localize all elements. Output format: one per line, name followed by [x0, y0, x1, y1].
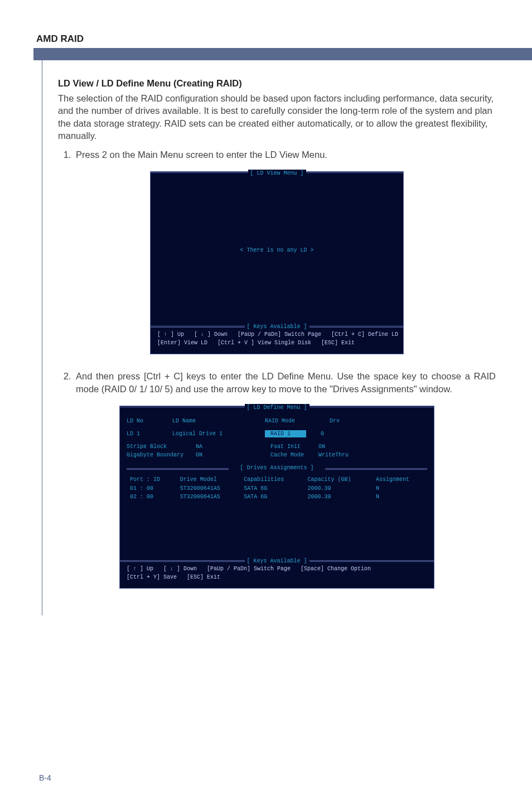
- step-2: And then press [Ctrl + C] keys to enter …: [74, 370, 496, 396]
- drives-assignments-title: [ Drives Assignments ]: [127, 464, 427, 471]
- intro-paragraph: The selection of the RAID configuration …: [58, 92, 496, 142]
- ld-name-label: LD Name: [172, 417, 250, 425]
- fsat-init-value: ON: [318, 443, 325, 450]
- page-header-title: AMD RAID: [36, 33, 499, 45]
- raid-mode-label: RAID Mode: [265, 417, 315, 425]
- gig-boundary-label: Gigabyte Boundary: [127, 451, 188, 459]
- cache-mode-value: WriteThru: [318, 451, 349, 459]
- stripe-block-value: NA: [196, 443, 263, 450]
- th-capabilities: Capabilities: [240, 475, 304, 484]
- fsat-init-label: Fsat Init: [270, 443, 311, 450]
- page-number: B-4: [39, 773, 51, 782]
- cell: ST32000641AS: [177, 484, 240, 493]
- bios2-key-change-option: [Space] Change Option: [301, 565, 371, 572]
- drv-label: Drv: [330, 417, 340, 425]
- header-divider-bar: [33, 48, 532, 60]
- section-title: LD View / LD Define Menu (Creating RAID): [58, 78, 496, 89]
- cell: SATA 6G: [240, 484, 304, 493]
- bios1-key-define-ld: [Ctrl + C] Define LD: [331, 331, 398, 338]
- bios1-empty-message: < There is no any LD >: [240, 247, 313, 254]
- cache-mode-label: Cache Mode: [270, 451, 311, 459]
- th-drive-model: Drive Model: [177, 475, 240, 484]
- bios1-footer-title: [ Keys Available ]: [244, 323, 309, 330]
- gig-boundary-value: ON: [196, 451, 263, 459]
- bios-ld-define-screenshot: [ LD Define Menu ] LD No LD Name RAID Mo…: [119, 406, 434, 589]
- bios2-key-save: [Ctrl + Y] Save: [127, 574, 177, 581]
- ld-no-label: LD No: [127, 417, 158, 425]
- cell: 2000.39: [304, 493, 372, 501]
- cell: ST32000641AS: [177, 493, 240, 501]
- bios1-key-down: [ ↓ ] Down: [194, 331, 228, 338]
- th-capacity: Capacity (GB): [304, 475, 372, 484]
- bios1-key-exit: [ESC] Exit: [321, 339, 355, 346]
- raid-mode-value: RAID 1: [265, 430, 306, 437]
- drv-value: 0: [321, 430, 324, 437]
- cell: N: [373, 484, 427, 493]
- table-row: 02 : 00 ST32000641AS SATA 6G 2000.39 N: [127, 493, 427, 501]
- stripe-block-label: Stripe Block: [127, 443, 188, 450]
- cell: N: [373, 493, 427, 501]
- bios2-key-switch-page: [PaUp / PaDn] Switch Page: [207, 565, 291, 572]
- th-assignment: Assignment: [373, 475, 427, 484]
- ld-name-value: Logical Drive 1: [172, 430, 250, 437]
- table-row: 01 : 00 ST32000641AS SATA 6G 2000.39 N: [127, 484, 427, 493]
- drives-table: Port : ID Drive Model Capabilities Capac…: [127, 475, 427, 501]
- bios2-key-down: [ ↓ ] Down: [163, 565, 197, 572]
- bios1-key-view-single: [Ctrl + V ] View Single Disk: [217, 339, 311, 346]
- table-header-row: Port : ID Drive Model Capabilities Capac…: [127, 475, 427, 484]
- bios-ld-view-screenshot: [ LD View Menu ] < There is no any LD > …: [150, 171, 404, 354]
- bios2-key-exit: [ESC] Exit: [187, 574, 220, 581]
- bios1-key-up: [ ↑ ] Up: [157, 331, 184, 338]
- cell: 02 : 00: [127, 493, 177, 501]
- cell: SATA 6G: [240, 493, 304, 501]
- ld-no-value: LD 1: [127, 430, 158, 437]
- step-1: Press 2 on the Main Menu screen to enter…: [74, 148, 496, 161]
- cell: 2000.39: [304, 484, 372, 493]
- bios2-key-up: [ ↑ ] Up: [127, 565, 153, 572]
- bios2-footer-title: [ Keys Available ]: [244, 557, 309, 565]
- th-port-id: Port : ID: [127, 475, 177, 484]
- bios1-key-view-ld: [Enter] View LD: [157, 339, 207, 346]
- cell: 01 : 00: [127, 484, 177, 493]
- bios1-key-switch-page: [PaUp / PaDn] Switch Page: [238, 331, 321, 338]
